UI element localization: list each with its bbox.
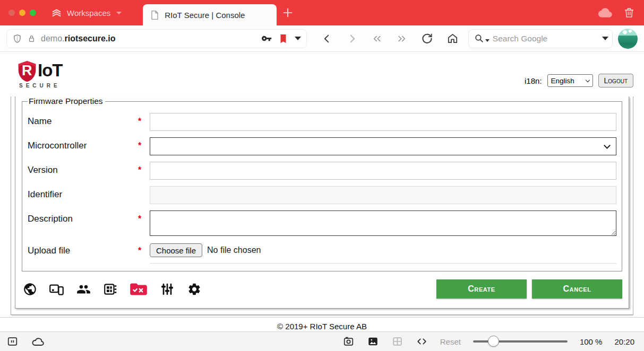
- screenshot-icon[interactable]: [342, 336, 355, 347]
- form-row-description: Description *: [28, 210, 616, 236]
- fieldset-legend: Firmware Properties: [28, 96, 105, 106]
- required-marker: *: [138, 137, 150, 151]
- rewind-icon[interactable]: [371, 34, 383, 43]
- minimize-window-button[interactable]: [19, 10, 25, 16]
- clock[interactable]: 20:20: [614, 337, 634, 346]
- search-input[interactable]: [493, 34, 599, 43]
- lock-icon[interactable]: [27, 33, 36, 44]
- version-input[interactable]: [150, 162, 616, 180]
- form-row-version: Version *: [28, 162, 616, 180]
- url-subdomain: demo.: [41, 34, 64, 43]
- home-icon[interactable]: [446, 32, 459, 45]
- forward-icon[interactable]: [346, 33, 358, 45]
- required-marker: *: [138, 113, 150, 126]
- reset-zoom-button[interactable]: Reset: [440, 337, 461, 346]
- cloud-icon[interactable]: [31, 336, 45, 347]
- url-dropdown-caret-icon[interactable]: [295, 37, 301, 40]
- version-label: Version: [28, 162, 138, 176]
- content-frame: Firmware Properties Name * Microcontroll…: [11, 96, 633, 315]
- zoom-window-button[interactable]: [30, 10, 36, 16]
- tab-title: RIoT Secure | Console: [165, 11, 245, 20]
- equalizer-icon[interactable]: [159, 282, 175, 296]
- globe-icon[interactable]: [23, 282, 37, 296]
- devices-icon[interactable]: [49, 282, 64, 296]
- form-row-microcontroller: Microcontroller *: [28, 137, 616, 155]
- language-select[interactable]: English: [547, 74, 593, 87]
- choose-file-button[interactable]: Choose file: [150, 243, 202, 257]
- layers-icon: [51, 7, 62, 19]
- description-textarea[interactable]: [150, 210, 616, 236]
- trash-icon[interactable]: [624, 7, 634, 19]
- zoom-slider-knob[interactable]: [488, 336, 499, 347]
- form-row-identifier: Identifier: [28, 186, 616, 204]
- url-field[interactable]: demo. riotsecure.io: [6, 29, 307, 48]
- chip-icon[interactable]: [103, 282, 118, 296]
- workspaces-label: Workspaces: [67, 8, 110, 17]
- required-marker: *: [138, 210, 150, 224]
- document-icon: [150, 10, 159, 20]
- window-controls[interactable]: [8, 10, 36, 16]
- required-marker: *: [138, 162, 150, 175]
- required-marker: *: [138, 242, 150, 256]
- shield-icon[interactable]: [12, 33, 22, 44]
- create-button[interactable]: Create: [436, 279, 527, 299]
- profile-avatar[interactable]: [618, 29, 638, 49]
- i18n-label: i18n:: [525, 76, 542, 85]
- code-icon[interactable]: [416, 336, 428, 347]
- search-dropdown-caret-icon[interactable]: [602, 37, 608, 40]
- url-domain: riotsecure.io: [64, 34, 115, 43]
- riot-secure-logo: R IoT SECURE: [15, 59, 79, 94]
- address-bar: demo. riotsecure.io: [0, 25, 644, 52]
- close-window-button[interactable]: [8, 10, 15, 16]
- people-icon[interactable]: [76, 282, 91, 296]
- microcontroller-select[interactable]: [150, 137, 616, 155]
- logout-button[interactable]: Logout: [598, 74, 633, 87]
- reload-icon[interactable]: [421, 32, 433, 45]
- identifier-label: Identifier: [28, 186, 138, 200]
- search-engine-caret-icon[interactable]: [485, 39, 490, 42]
- workspaces-menu[interactable]: Workspaces: [51, 7, 122, 19]
- cancel-button[interactable]: Cancel: [532, 279, 622, 299]
- content-panel: Firmware Properties Name * Microcontroll…: [15, 96, 629, 309]
- firmware-folder-icon[interactable]: [130, 282, 148, 296]
- form-row-name: Name *: [28, 113, 616, 131]
- section-icon-toolbar: [22, 282, 202, 296]
- browser-topbar: Workspaces RIoT Secure | Console: [0, 0, 644, 25]
- name-label: Name: [28, 113, 138, 127]
- bookmark-icon[interactable]: [279, 33, 287, 44]
- zoom-level-value[interactable]: 100 %: [580, 337, 603, 346]
- tiling-icon[interactable]: [391, 336, 403, 347]
- firmware-properties-fieldset: Firmware Properties Name * Microcontroll…: [22, 96, 622, 271]
- panel-toggle-icon[interactable]: [6, 336, 19, 347]
- name-input[interactable]: [150, 113, 616, 131]
- file-status-text: No file chosen: [207, 245, 261, 255]
- logo-shield-icon: R: [15, 59, 39, 84]
- logo-letter: R: [22, 63, 32, 79]
- search-field[interactable]: [468, 29, 613, 48]
- search-icon[interactable]: [474, 33, 484, 43]
- required-marker-empty: [138, 186, 150, 190]
- file-input[interactable]: Choose file No file chosen: [150, 242, 616, 264]
- upload-file-label: Upload file: [28, 242, 138, 256]
- key-icon[interactable]: [262, 34, 272, 42]
- back-icon[interactable]: [321, 33, 333, 45]
- identifier-input: [150, 186, 616, 204]
- form-row-upload: Upload file * Choose file No file chosen: [28, 242, 616, 264]
- browser-tab[interactable]: RIoT Secure | Console: [143, 4, 277, 25]
- footer-divider: [0, 317, 644, 318]
- workspaces-caret-icon: [116, 12, 122, 14]
- new-tab-button[interactable]: [282, 7, 294, 19]
- page-content: R IoT SECURE i18n: English Logout Firmwa…: [0, 52, 644, 331]
- copyright-text: © 2019+ RIoT Secure AB: [0, 322, 644, 331]
- browser-statusbar: Reset 100 % 20:20: [0, 331, 644, 351]
- cloud-sync-icon[interactable]: [598, 7, 612, 19]
- image-icon[interactable]: [367, 336, 379, 347]
- url-text: demo. riotsecure.io: [41, 34, 116, 43]
- microcontroller-label: Microcontroller: [28, 137, 138, 151]
- description-label: Description: [28, 210, 138, 224]
- fast-forward-icon[interactable]: [396, 34, 408, 43]
- gear-icon[interactable]: [187, 282, 202, 296]
- logo-wordmark: IoT: [38, 60, 62, 81]
- zoom-slider[interactable]: [473, 340, 568, 343]
